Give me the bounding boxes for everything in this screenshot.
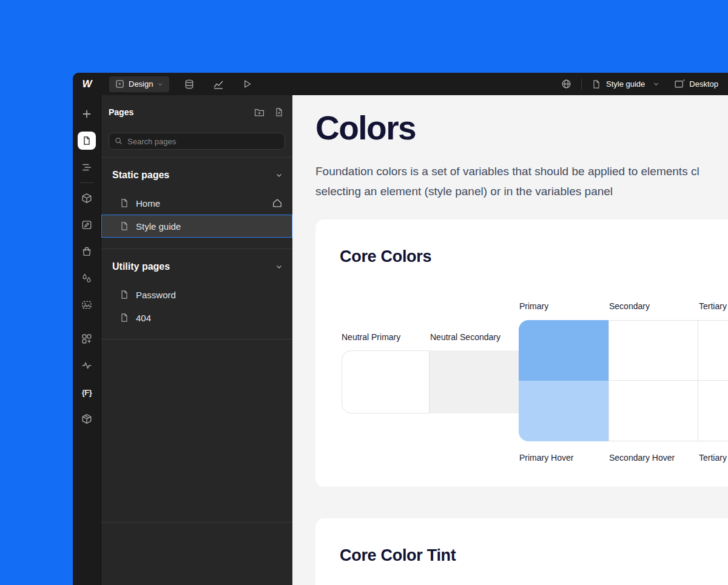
search-icon: [114, 136, 123, 145]
functions-icon: {F}: [82, 388, 92, 397]
plus-icon: [81, 109, 92, 119]
apps-button[interactable]: [73, 326, 101, 352]
globe-icon[interactable]: [561, 79, 571, 89]
label-secondary-hover: Secondary Hover: [609, 453, 675, 463]
page-icon: [120, 221, 129, 231]
chevron-down-icon: [157, 81, 163, 87]
breakpoint-desktop-icon[interactable]: [674, 78, 686, 90]
page-item-home[interactable]: Home: [101, 192, 292, 215]
chevron-down-icon[interactable]: [275, 172, 283, 179]
static-pages-label: Static pages: [112, 170, 169, 181]
swatch-secondary-hover: [608, 380, 698, 441]
page-item-404[interactable]: 404: [101, 306, 292, 329]
search-pages: [109, 133, 285, 150]
main-area: {F} Pages: [73, 95, 728, 585]
top-bar: W Design: [73, 73, 728, 95]
pages-panel-button[interactable]: [73, 127, 101, 154]
page-item-label: Home: [136, 198, 160, 209]
pages-panel-title: Pages: [109, 107, 133, 117]
cms-edit-button[interactable]: [73, 212, 101, 238]
webflow-logo-icon[interactable]: W: [73, 78, 101, 90]
core-color-tint-title: Core Color Tint: [340, 546, 456, 565]
page-item-password[interactable]: Password: [101, 283, 292, 306]
utility-pages-label: Utility pages: [112, 261, 170, 272]
components-cube-icon: [81, 193, 92, 204]
chevron-down-icon[interactable]: [275, 263, 283, 270]
topbar-tools: [184, 79, 252, 90]
core-color-tint-card: Core Color Tint: [315, 518, 728, 585]
description-line-1: Foundation colors is a set of variables …: [315, 161, 699, 181]
design-canvas[interactable]: Colors Foundation colors is a set of var…: [292, 95, 728, 585]
static-pages-section-header[interactable]: Static pages: [101, 158, 292, 192]
assets-button[interactable]: [73, 292, 101, 318]
swatch-tertiary-hover: [698, 380, 728, 441]
chevron-down-icon[interactable]: [653, 81, 659, 87]
add-elements-button[interactable]: [73, 101, 101, 127]
pages-panel-actions: [254, 107, 284, 118]
new-folder-icon[interactable]: [254, 107, 265, 118]
edit-pencil-icon: [81, 219, 92, 230]
design-mode-button[interactable]: Design: [109, 76, 169, 92]
desktop-background: W Design: [0, 0, 728, 585]
webflow-designer-window: W Design: [73, 73, 728, 585]
panel-divider: [101, 522, 292, 523]
toolbar-divider: [80, 182, 93, 183]
components-button[interactable]: [73, 185, 101, 212]
navigator-button[interactable]: [73, 154, 101, 181]
image-icon: [81, 299, 92, 310]
label-tertiary-hover: Tertiary Hover: [699, 453, 728, 463]
page-icon: [120, 198, 129, 208]
droplets-icon: [81, 273, 92, 284]
swatch-neutral-primary: [342, 350, 430, 413]
label-neutral-primary: Neutral Primary: [342, 332, 400, 342]
pages-panel: Pages: [101, 95, 292, 585]
pages-panel-header: Pages: [101, 95, 292, 123]
topbar-divider: [581, 79, 582, 90]
preview-play-icon[interactable]: [242, 79, 252, 89]
label-primary-hover: Primary Hover: [519, 453, 573, 463]
navigator-icon: [81, 162, 92, 173]
page-icon: [592, 79, 601, 89]
design-mode-label: Design: [129, 79, 153, 89]
description-line-2: selecting an element (style panel) or in…: [315, 181, 699, 201]
audit-button[interactable]: [73, 352, 101, 379]
waveform-icon: [81, 360, 92, 371]
page-item-label: Password: [136, 290, 176, 300]
utility-pages-section-header[interactable]: Utility pages: [101, 249, 292, 283]
panel-empty-area: [101, 339, 292, 522]
new-page-icon[interactable]: [274, 107, 284, 118]
page-item-label: Style guide: [136, 221, 181, 232]
topbar-right: Style guide Desktop: [561, 78, 728, 90]
package-cube-icon: [81, 413, 92, 424]
analytics-icon[interactable]: [213, 79, 224, 90]
label-secondary: Secondary: [609, 301, 650, 311]
cms-database-icon[interactable]: [184, 79, 195, 90]
ecommerce-button[interactable]: [73, 238, 101, 265]
page-icon: [120, 313, 129, 323]
swatch-primary-hover: [519, 381, 608, 441]
page-description: Foundation colors is a set of variables …: [315, 161, 699, 201]
left-toolbar: {F}: [73, 95, 101, 585]
current-page-selector[interactable]: Style guide: [606, 79, 645, 89]
label-tertiary: Tertiary: [699, 301, 727, 311]
core-colors-card: Core Colors Primary Secondary Tertiary N…: [315, 219, 728, 487]
label-neutral-secondary: Neutral Secondary: [430, 332, 500, 342]
page-title: Colors: [315, 109, 416, 147]
variables-button[interactable]: [73, 265, 101, 292]
functions-button[interactable]: {F}: [73, 379, 101, 406]
swatch-neutral-secondary: [430, 350, 519, 413]
design-cursor-icon: [115, 79, 124, 89]
search-pages-input[interactable]: [109, 133, 285, 150]
page-icon: [120, 290, 129, 299]
label-primary: Primary: [519, 301, 548, 311]
apps-grid-icon: [81, 333, 92, 344]
home-icon: [272, 198, 283, 209]
page-item-style-guide[interactable]: Style guide: [101, 215, 292, 238]
swatch-tertiary: [698, 320, 728, 381]
shopping-bag-icon: [81, 246, 92, 257]
swatch-secondary: [608, 320, 698, 381]
breakpoint-label[interactable]: Desktop: [689, 79, 718, 89]
pages-icon: [78, 132, 96, 150]
3d-button[interactable]: [73, 406, 101, 432]
page-item-label: 404: [136, 313, 151, 323]
